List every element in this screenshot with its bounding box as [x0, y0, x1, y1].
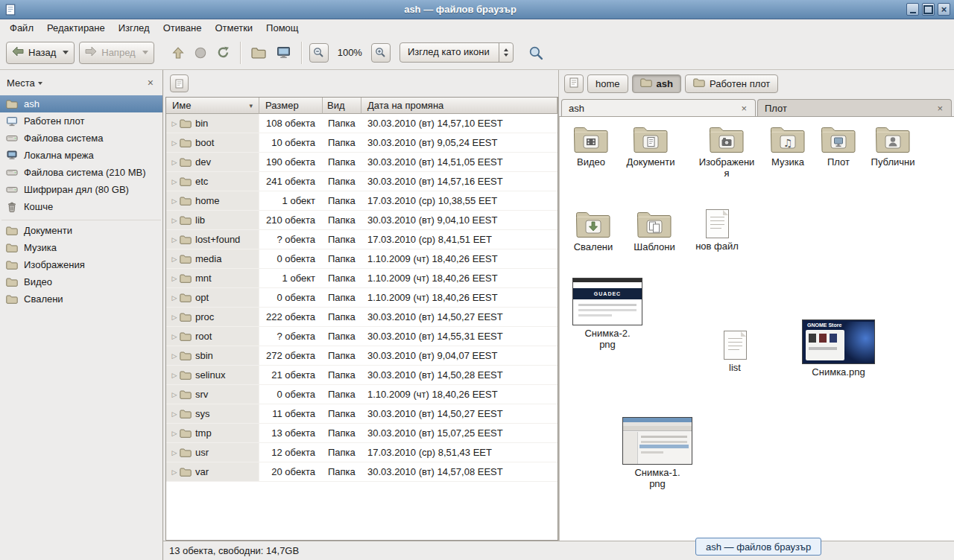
sidebar-item[interactable]: Файлова система (210 MB): [0, 164, 162, 181]
tab-close-icon[interactable]: [739, 103, 748, 114]
sidebar-item[interactable]: Свалени: [0, 290, 162, 308]
breadcrumb-button[interactable]: home: [587, 74, 628, 93]
search-button[interactable]: [525, 42, 546, 63]
sidebar-item[interactable]: Работен плот: [0, 112, 162, 130]
expander-icon[interactable]: [169, 430, 180, 437]
table-row[interactable]: sys 11 обекта Папка 30.03.2010 (вт) 14,5…: [166, 404, 557, 424]
column-header-date[interactable]: Дата на промяна: [361, 98, 557, 114]
sidebar-item[interactable]: Шифриран дял (80 GB): [0, 181, 162, 198]
sidebar-item[interactable]: Документи: [0, 222, 162, 239]
minimize-button[interactable]: [906, 3, 919, 16]
table-row[interactable]: proc 222 обекта Папка 30.03.2010 (вт) 14…: [166, 308, 557, 327]
close-button[interactable]: [938, 3, 950, 16]
menu-item[interactable]: Помощ: [259, 21, 305, 35]
expander-icon[interactable]: [169, 236, 180, 244]
expander-icon[interactable]: [169, 468, 180, 476]
file-icon-item[interactable]: GNOME Store Снимка.png: [801, 319, 876, 378]
expander-icon[interactable]: [169, 217, 180, 224]
zoom-out-button[interactable]: [309, 43, 329, 63]
home-button[interactable]: [248, 43, 269, 62]
expander-icon[interactable]: [169, 275, 180, 282]
maximize-button[interactable]: [922, 3, 935, 16]
table-row[interactable]: root ? обекта Папка 30.03.2010 (вт) 14,5…: [166, 327, 557, 346]
breadcrumb-button[interactable]: Работен плот: [685, 74, 778, 93]
view-mode-select[interactable]: Изглед като икони: [399, 42, 514, 63]
sidebar-item[interactable]: Файлова система: [0, 130, 162, 147]
column-header-name[interactable]: Име ▾: [166, 98, 259, 114]
file-icon-item[interactable]: Видео: [561, 124, 621, 168]
expander-icon[interactable]: [169, 120, 180, 127]
file-icon-item[interactable]: list: [705, 331, 765, 373]
table-row[interactable]: bin 108 обекта Папка 30.03.2010 (вт) 14,…: [166, 114, 557, 133]
expander-icon[interactable]: [169, 352, 180, 360]
forward-button[interactable]: Напред: [79, 42, 154, 64]
sidebar-item[interactable]: Изображения: [0, 256, 162, 273]
spinner-arrows-icon[interactable]: [499, 43, 513, 62]
expander-icon[interactable]: [169, 255, 180, 263]
menu-item[interactable]: Отметки: [208, 21, 259, 35]
expander-icon[interactable]: [169, 333, 180, 340]
file-icon-item[interactable]: Документи: [621, 124, 680, 168]
table-row[interactable]: lib 210 обекта Папка 30.03.2010 (вт) 9,0…: [166, 211, 557, 230]
table-row[interactable]: mnt 1 обект Папка 1.10.2009 (чт) 18,40,2…: [166, 269, 557, 288]
computer-button[interactable]: [274, 43, 294, 62]
sidebar-item[interactable]: Кошче: [0, 198, 162, 215]
sidebar-close-icon[interactable]: ×: [145, 77, 156, 88]
back-dropdown-icon[interactable]: [63, 51, 69, 54]
sidebar-item[interactable]: Музика: [0, 239, 162, 256]
tab[interactable]: Плот: [757, 99, 952, 116]
column-header-type[interactable]: Вид: [323, 98, 361, 114]
tab-close-icon[interactable]: [935, 103, 944, 114]
sidebar-item[interactable]: [0, 215, 162, 222]
stop-button[interactable]: [192, 44, 209, 62]
expander-icon[interactable]: [169, 159, 180, 166]
sidebar-mode-select[interactable]: Места: [7, 77, 42, 89]
file-icon-item[interactable]: Снимка-1.png: [621, 417, 694, 489]
column-header-size[interactable]: Размер: [259, 98, 323, 114]
up-button[interactable]: [169, 44, 187, 62]
file-icon-item[interactable]: GUADEC Снимка-2.png: [571, 278, 644, 350]
menu-item[interactable]: Изглед: [112, 21, 157, 35]
window-list-button[interactable]: ash — файлов браузър: [695, 538, 821, 556]
expander-icon[interactable]: [169, 314, 180, 321]
table-row[interactable]: var 20 обекта Папка 30.03.2010 (вт) 14,5…: [166, 462, 557, 482]
sidebar-item[interactable]: Локална мрежа: [0, 147, 162, 164]
tab[interactable]: ash: [561, 99, 756, 116]
menu-item[interactable]: Редактиране: [40, 21, 112, 35]
table-row[interactable]: sbin 272 обекта Папка 30.03.2010 (вт) 9,…: [166, 346, 557, 366]
expander-icon[interactable]: [169, 410, 180, 418]
expander-icon[interactable]: [169, 372, 180, 379]
zoom-in-button[interactable]: [371, 43, 391, 63]
location-button[interactable]: [170, 74, 189, 92]
menu-item[interactable]: Файл: [3, 21, 40, 35]
breadcrumb-button[interactable]: [564, 74, 584, 93]
table-row[interactable]: dev 190 обекта Папка 30.03.2010 (вт) 14,…: [166, 153, 557, 172]
table-row[interactable]: tmp 13 обекта Папка 30.03.2010 (вт) 15,0…: [166, 424, 557, 443]
expander-icon[interactable]: [169, 391, 180, 398]
forward-dropdown-icon[interactable]: [142, 51, 148, 54]
table-row[interactable]: boot 10 обекта Папка 30.03.2010 (вт) 9,0…: [166, 133, 557, 153]
expander-icon[interactable]: [169, 178, 180, 185]
file-icon-item[interactable]: Публични: [863, 124, 923, 168]
menu-item[interactable]: Отиване: [157, 21, 209, 35]
table-row[interactable]: etc 241 обекта Папка 30.03.2010 (вт) 14,…: [166, 172, 557, 191]
table-row[interactable]: media 0 обекта Папка 1.10.2009 (чт) 18,4…: [166, 249, 557, 269]
expander-icon[interactable]: [169, 139, 180, 147]
file-icon-item[interactable]: Шаблони: [625, 209, 684, 252]
file-icon-item[interactable]: Плот: [809, 124, 868, 168]
expander-icon[interactable]: [169, 449, 180, 456]
file-icon-item[interactable]: нов файл: [687, 209, 747, 252]
file-icon-item[interactable]: Свалени: [563, 209, 623, 252]
expander-icon[interactable]: [169, 197, 180, 205]
expander-icon[interactable]: [169, 294, 180, 302]
sidebar-item[interactable]: ash: [0, 95, 162, 112]
table-row[interactable]: home 1 обект Папка 17.03.2010 (ср) 10,38…: [166, 191, 557, 211]
breadcrumb-button[interactable]: ash: [632, 74, 681, 93]
table-row[interactable]: selinux 21 обекта Папка 30.03.2010 (вт) …: [166, 366, 557, 385]
table-row[interactable]: srv 0 обекта Папка 1.10.2009 (чт) 18,40,…: [166, 385, 557, 404]
table-row[interactable]: usr 12 обекта Папка 17.03.2010 (ср) 8,51…: [166, 443, 557, 462]
table-row[interactable]: lost+found ? обекта Папка 17.03.2010 (ср…: [166, 230, 557, 249]
reload-button[interactable]: [214, 43, 233, 62]
file-icon-item[interactable]: Изображения: [694, 124, 759, 179]
sidebar-item[interactable]: Видео: [0, 273, 162, 290]
